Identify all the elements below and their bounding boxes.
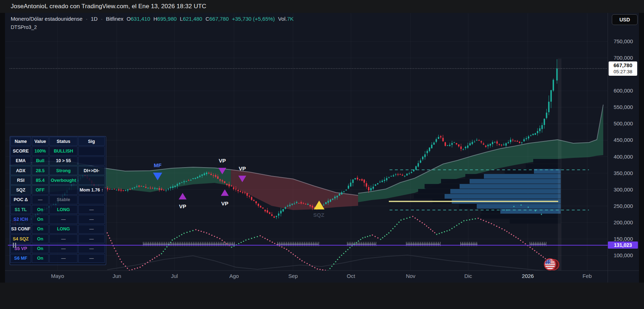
- high-label: H: [153, 16, 157, 22]
- flag-canton: [545, 259, 550, 264]
- price-line-handle[interactable]: [13, 243, 14, 248]
- ohlc-close: C667,780: [205, 16, 229, 22]
- time-tick-label: Jun: [113, 273, 121, 279]
- ohlc-high: H695,980: [153, 16, 177, 22]
- symbol-name: Monero/Dólar estadounidense: [11, 16, 83, 22]
- close-label: C: [205, 16, 209, 22]
- time-tick-label: Feb: [583, 273, 592, 279]
- price-tick-label: 750,000: [608, 38, 638, 44]
- open-label: O: [127, 16, 131, 22]
- time-tick-label: Jul: [171, 273, 178, 279]
- close-value: 667,780: [209, 16, 229, 22]
- time-tick-label: Ago: [229, 273, 239, 279]
- price-tick-label: 500,000: [608, 120, 638, 126]
- time-tick-label: Mayo: [51, 273, 64, 279]
- price-tick-label: 350,000: [608, 170, 638, 176]
- price-tick-label: 700,000: [608, 55, 638, 61]
- volume: Vol.7K: [278, 16, 293, 22]
- price-tick-label: 550,000: [608, 104, 638, 110]
- price-tick-label: 450,000: [608, 137, 638, 143]
- currency-toggle-button[interactable]: USD: [612, 14, 638, 25]
- price-line-handle[interactable]: [15, 243, 16, 248]
- ohlc-open: O631,410: [127, 16, 150, 22]
- us-flag-event-icon[interactable]: [544, 258, 560, 271]
- price-tick-label: 150,000: [608, 236, 638, 242]
- price-tick-label: 600,000: [608, 88, 638, 94]
- time-tick-label: Sep: [288, 273, 298, 279]
- high-value: 695,980: [157, 16, 177, 22]
- change-value: +35,730 (+5,65%): [232, 16, 275, 22]
- bar-countdown: 05:27:38: [614, 69, 633, 75]
- time-tick-label: Nov: [406, 273, 416, 279]
- flag-front-circle: [544, 258, 556, 270]
- volume-label: Vol.: [278, 16, 287, 22]
- low-label: L: [180, 16, 183, 22]
- symbol-info-bar: Monero/Dólar estadounidense · 1D · Bitfi…: [11, 16, 293, 22]
- time-tick-label: 2026: [522, 273, 534, 279]
- low-value: 621,480: [183, 16, 202, 22]
- current-price-value: 667,780: [614, 62, 632, 69]
- time-tick-label: Dic: [464, 273, 472, 279]
- interval-label: 1D: [91, 16, 98, 22]
- volume-value: 7K: [287, 16, 293, 22]
- level-price-label: 131,023: [608, 241, 638, 249]
- ohlc-low: L621,480: [180, 16, 202, 22]
- indicator-name: DTSPro3_2: [11, 24, 37, 30]
- price-tick-label: 200,000: [608, 219, 638, 225]
- separator: ·: [101, 16, 103, 22]
- separator: ·: [86, 16, 88, 22]
- time-tick-label: Oct: [347, 273, 355, 279]
- price-tick-label: 400,000: [608, 154, 638, 160]
- current-price-label: 667,780 05:27:38: [609, 61, 637, 76]
- open-value: 631,410: [131, 16, 150, 22]
- price-tick-label: 100,000: [608, 252, 638, 258]
- price-tick-label: 250,000: [608, 203, 638, 209]
- exchange-name: Bitfinex: [106, 16, 123, 22]
- tradingview-snapshot: JoseAntonioL creado con TradingView.com,…: [0, 0, 644, 309]
- price-tick-label: 300,000: [608, 186, 638, 193]
